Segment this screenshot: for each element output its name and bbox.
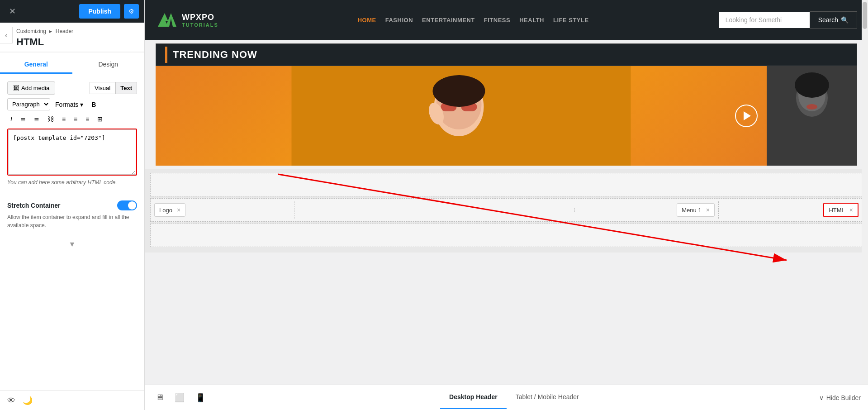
bold-button[interactable]: B [88,99,99,110]
add-media-button[interactable]: 🖼 Add media [7,81,55,95]
mobile-icon-button[interactable]: 📱 [192,391,209,405]
builder-cell-menu: Menu 1 × [575,201,719,219]
desktop-icon-button[interactable]: 🖥 [152,391,167,404]
bullet-list-button[interactable]: ≣ [17,113,29,125]
left-bottom-bar: 👁 🌙 [0,391,144,410]
align-center-button[interactable]: ≡ [71,113,81,125]
search-label: Search [818,16,838,24]
search-area: Search 🔍 [719,11,857,29]
add-media-icon: 🖼 [13,85,19,91]
formats-label: Formats [55,101,78,108]
logo-wpxpo: WPXPO [182,13,218,22]
top-bar: ✕ Publish ⚙ [0,0,144,23]
align-left-button[interactable]: ≡ [59,113,69,125]
stretch-container-label: Stretch Container [7,202,60,209]
svg-point-14 [806,104,817,110]
content-images-row [156,66,857,166]
trending-section: TRENDING NOW [150,43,863,166]
bottom-bar: 🖥 ⬜ 📱 Desktop Header Tablet / Mobile Hea… [145,385,868,410]
tab-design[interactable]: Design [72,56,145,74]
editor-toolbar-row2: Paragraph Formats ▾ B [7,98,137,110]
publish-area: Publish ⚙ [79,4,139,19]
dark-scene-svg [767,66,857,166]
site-header-preview: WPXPO TUTORIALS HOME FASHION ENTERTAINME… [145,0,868,40]
trending-banner: TRENDING NOW [156,43,857,66]
scroll-down-indicator: ▼ [0,237,144,252]
stretch-container-toggle[interactable] [117,200,137,210]
trending-text: TRENDING NOW [173,49,257,61]
numbered-list-button[interactable]: ≣ [31,113,43,125]
breadcrumb: Customizing ▸ Header HTML [0,23,144,52]
italic-button[interactable]: I [7,113,15,125]
close-button[interactable]: ✕ [5,5,19,18]
builder-cell-middle [294,208,574,212]
logo-svg-icon [156,9,178,31]
html-widget-label: HTML [829,207,844,214]
visual-text-toggle: Visual Text [90,82,137,94]
breadcrumb-arrow: ▸ [49,28,52,34]
logo-area: WPXPO TUTORIALS [156,9,218,31]
panel-scroll: General Design 🖼 Add media Visual Text P… [0,52,144,391]
nav-lifestyle[interactable]: LIFE STYLE [553,17,589,24]
tablet-icon-button[interactable]: ⬜ [171,391,188,405]
nav-fashion[interactable]: FASHION [385,17,413,24]
dark-image-placeholder [767,66,857,166]
search-input[interactable] [719,12,810,28]
logo-tutorials: TUTORIALS [182,22,218,28]
link-button[interactable]: ⛓ [44,113,57,125]
menu1-widget[interactable]: Menu 1 × [677,203,715,217]
html-widget-close[interactable]: × [849,206,853,214]
trending-bar-accent [165,47,167,63]
dark-mode-button[interactable]: 🌙 [23,396,33,405]
breadcrumb-part2: Header [56,28,73,34]
logo-widget-label: Logo [159,207,172,214]
play-button-circle[interactable] [735,105,758,127]
logo-text-area: WPXPO TUTORIALS [182,13,218,28]
svg-point-8 [433,75,485,107]
hide-builder-button[interactable]: ∨ Hide Builder [819,394,861,401]
menu1-widget-label: Menu 1 [682,207,701,214]
builder-cell-logo: Logo × [151,201,294,219]
table-button[interactable]: ⊞ [94,113,106,125]
logo-widget-close[interactable]: × [177,206,180,214]
html-widget[interactable]: HTML × [823,203,859,217]
stretch-container-section: Stretch Container Allow the item contain… [0,193,144,237]
search-button[interactable]: Search 🔍 [810,11,857,29]
formats-button[interactable]: Formats ▾ [52,99,86,110]
builder-row-widgets: Logo × Menu 1 × HTML × [150,198,863,222]
menu1-widget-close[interactable]: × [706,206,710,214]
nav-home[interactable]: HOME [358,17,376,24]
play-triangle-icon [744,111,751,120]
publish-button[interactable]: Publish [79,4,120,19]
add-media-label: Add media [21,85,49,91]
preview-scrollbar[interactable] [862,0,868,385]
svg-point-13 [795,72,829,98]
builder-row-top-empty [150,173,863,196]
main-content: TRENDING NOW [145,40,868,385]
back-button[interactable]: ‹ [0,27,13,43]
editor-toolbar-row1: 🖼 Add media Visual Text [7,81,137,95]
builder-area: Logo × Menu 1 × HTML × [145,169,868,253]
desktop-header-tab[interactable]: Desktop Header [440,386,507,409]
html-editor-textarea[interactable]: [postx_template id="7203"] [8,129,136,175]
tab-general[interactable]: General [0,56,72,74]
builder-row-bottom-empty [150,224,863,247]
bottom-tabs: Desktop Header Tablet / Mobile Header [440,386,588,409]
search-icon: 🔍 [841,16,849,24]
paragraph-select[interactable]: Paragraph [7,98,50,110]
nav-entertainment[interactable]: ENTERTAINMENT [422,17,475,24]
nav-health[interactable]: HEALTH [519,17,544,24]
device-icons: 🖥 ⬜ 📱 [152,391,209,405]
scrollbar-thumb [863,2,867,29]
editor-section: 🖼 Add media Visual Text Paragraph Format… [0,74,144,193]
tablet-mobile-header-tab[interactable]: Tablet / Mobile Header [507,386,588,409]
editor-area-wrapper: [postx_template id="7203"] [7,129,137,176]
nav-fitness[interactable]: FITNESS [484,17,510,24]
align-right-button[interactable]: ≡ [82,113,92,125]
text-button[interactable]: Text [115,82,137,94]
logo-widget[interactable]: Logo × [154,203,185,217]
settings-button[interactable]: ⚙ [124,4,139,19]
nav-menu: HOME FASHION ENTERTAINMENT FITNESS HEALT… [237,17,710,24]
preview-icon-button[interactable]: 👁 [7,396,15,405]
visual-button[interactable]: Visual [90,82,115,94]
